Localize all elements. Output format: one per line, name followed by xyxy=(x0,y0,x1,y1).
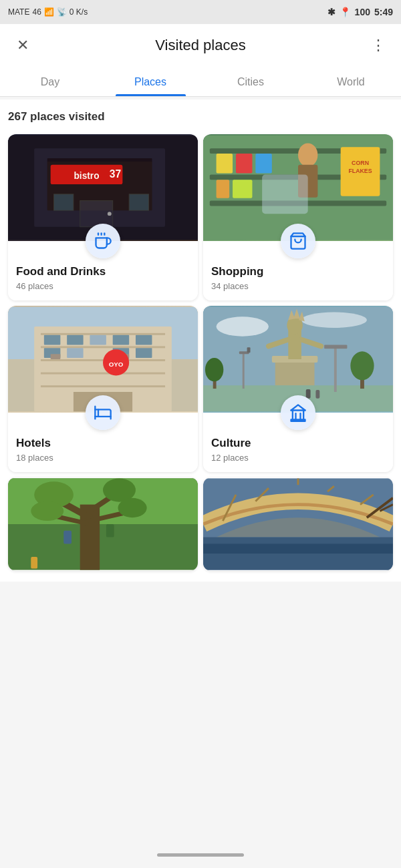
svg-rect-23 xyxy=(233,180,252,198)
svg-rect-39 xyxy=(44,335,60,345)
tab-cities[interactable]: Cities xyxy=(200,67,301,96)
svg-rect-37 xyxy=(41,373,165,375)
content-area: 267 places visited bistro 37 xyxy=(0,99,401,582)
svg-rect-19 xyxy=(217,154,233,173)
category-card-hotels[interactable]: OYO Hotels 18 places xyxy=(8,306,198,472)
category-card-culture[interactable]: Culture 12 places xyxy=(203,306,393,472)
places-count: 267 places visited xyxy=(8,110,393,124)
svg-rect-34 xyxy=(41,333,165,335)
places-text: places visited xyxy=(30,110,105,123)
tab-places[interactable]: Places xyxy=(100,67,200,96)
signal-icon: 📶 xyxy=(44,7,54,17)
wifi-icon: 📡 xyxy=(57,7,67,17)
more-options-button[interactable]: ⋮ xyxy=(366,37,390,54)
culture-label: Culture xyxy=(211,437,251,450)
shopping-label: Shopping xyxy=(211,265,263,278)
museum-icon xyxy=(289,403,307,422)
food-label: Food and Drinks xyxy=(16,265,106,278)
svg-rect-40 xyxy=(67,335,83,345)
battery-label: 100 xyxy=(355,7,370,17)
svg-rect-103 xyxy=(8,478,198,570)
category-card-nature[interactable] xyxy=(8,477,198,571)
svg-rect-43 xyxy=(136,335,152,345)
svg-rect-48 xyxy=(51,354,61,359)
hotel-icon-wrap xyxy=(86,395,120,430)
time-label: 5:49 xyxy=(374,7,393,17)
carrier-label: MATE xyxy=(8,7,29,17)
close-button[interactable]: ✕ xyxy=(11,37,35,54)
svg-rect-58 xyxy=(275,359,315,385)
svg-point-56 xyxy=(301,312,367,328)
svg-rect-21 xyxy=(255,154,271,173)
coffee-icon xyxy=(94,232,112,250)
location-icon: 📍 xyxy=(340,7,351,17)
tab-world[interactable]: World xyxy=(301,67,401,96)
data-speed: 0 K/s xyxy=(70,7,88,17)
svg-rect-68 xyxy=(324,345,347,349)
svg-point-27 xyxy=(298,143,317,166)
category-card-stadium[interactable] xyxy=(203,477,393,571)
stadium-scene xyxy=(203,477,393,571)
svg-rect-67 xyxy=(334,346,337,392)
tabs-bar: Day Places Cities World xyxy=(0,67,401,97)
category-card-shopping[interactable]: CORN FLAKES Shopping xyxy=(203,134,393,300)
food-icon-wrap xyxy=(86,224,120,258)
shopping-icon-wrap xyxy=(281,224,315,258)
svg-text:OYO: OYO xyxy=(109,361,124,368)
svg-rect-47 xyxy=(136,348,152,358)
shopping-count: 34 places xyxy=(211,281,249,291)
svg-rect-45 xyxy=(67,348,83,358)
svg-rect-113 xyxy=(203,544,393,554)
food-count: 46 places xyxy=(16,281,53,291)
svg-point-73 xyxy=(350,351,374,380)
svg-rect-69 xyxy=(243,353,245,389)
svg-rect-82 xyxy=(291,420,305,421)
status-right: ✱ 📍 100 5:49 xyxy=(327,7,393,17)
svg-rect-20 xyxy=(236,154,252,173)
tab-day[interactable]: Day xyxy=(0,67,100,96)
category-grid: bistro 37 xyxy=(8,134,393,472)
header: ✕ Visited places ⋮ xyxy=(0,24,401,67)
svg-point-55 xyxy=(217,316,269,336)
svg-rect-71 xyxy=(247,347,251,353)
hotel-label: Hotels xyxy=(16,437,51,450)
svg-rect-36 xyxy=(41,359,165,361)
partial-grid xyxy=(8,477,393,571)
svg-rect-38 xyxy=(41,385,165,387)
home-indicator xyxy=(157,853,244,857)
svg-text:CORN: CORN xyxy=(352,160,369,166)
shopping-bag-icon xyxy=(289,232,307,250)
places-number: 267 xyxy=(8,110,27,123)
culture-count: 12 places xyxy=(211,453,249,463)
svg-point-75 xyxy=(205,358,223,381)
svg-rect-10 xyxy=(47,162,152,210)
svg-rect-35 xyxy=(41,346,165,348)
svg-rect-79 xyxy=(315,390,319,399)
hotel-count: 18 places xyxy=(16,453,53,463)
svg-rect-42 xyxy=(113,335,129,345)
svg-point-7 xyxy=(108,212,112,216)
bottom-bar xyxy=(0,841,401,868)
status-left: MATE 46 📶 📡 0 K/s xyxy=(8,7,88,17)
category-card-food[interactable]: bistro 37 xyxy=(8,134,198,300)
svg-rect-112 xyxy=(203,537,393,570)
page-title: Visited places xyxy=(35,37,366,54)
status-bar: MATE 46 📶 📡 0 K/s ✱ 📍 100 5:49 xyxy=(0,0,401,24)
network-label: 46 xyxy=(32,7,41,17)
svg-text:FLAKES: FLAKES xyxy=(348,168,372,174)
bed-icon xyxy=(94,403,112,422)
svg-rect-22 xyxy=(217,180,230,198)
svg-rect-41 xyxy=(90,335,106,345)
nature-scene xyxy=(8,477,198,571)
bluetooth-icon: ✱ xyxy=(327,7,336,17)
svg-rect-29 xyxy=(262,174,308,214)
culture-icon-wrap xyxy=(281,395,315,430)
